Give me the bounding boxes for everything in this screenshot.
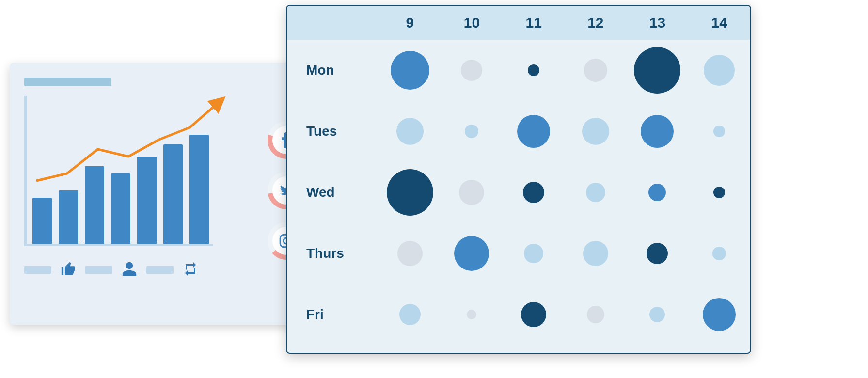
heatmap-bubble (647, 243, 668, 264)
heatmap-cell (688, 298, 750, 331)
heatmap-row-label: Fri (287, 307, 379, 322)
placeholder-bar (146, 266, 174, 274)
heatmap-cell (688, 126, 750, 137)
heatmap-cell (503, 182, 565, 203)
heatmap-cell (441, 236, 503, 271)
bar (59, 190, 78, 244)
heatmap-cell (379, 118, 441, 145)
heatmap-bubble (584, 59, 607, 82)
chart-card-growth (10, 63, 300, 325)
heatmap-bubble (587, 306, 604, 323)
heatmap-cell (503, 244, 565, 263)
heatmap-bubble (521, 302, 546, 327)
heatmap-col-label: 12 (565, 15, 627, 31)
retweet-icon (182, 261, 199, 279)
heatmap-bubble (391, 51, 429, 90)
heatmap-header: 91011121314 (287, 6, 750, 40)
heatmap-bubble (712, 247, 726, 260)
heatmap-col-label: 9 (379, 15, 441, 31)
heatmap-bubble (397, 241, 423, 266)
heatmap-bubble (641, 115, 674, 148)
heatmap-bubble (634, 47, 680, 94)
heatmap-bubble (649, 307, 665, 322)
heatmap-bubble (454, 236, 489, 271)
heatmap-col-label: 14 (688, 15, 750, 31)
heatmap-col-label: 10 (441, 15, 503, 31)
heatmap-row-label: Mon (287, 63, 379, 78)
heatmap-cell (503, 302, 565, 327)
bar (189, 135, 209, 244)
heatmap-cell (627, 184, 689, 201)
heatmap-bubble (528, 64, 539, 76)
heatmap-row-label: Wed (287, 185, 379, 200)
bar (163, 144, 183, 244)
heatmap-bubble (648, 184, 666, 201)
heatmap-bubble (713, 187, 725, 198)
heatmap-cell (565, 118, 627, 145)
heatmap-cell (565, 241, 627, 266)
heatmap-bubble (524, 244, 543, 263)
heatmap-cell (688, 55, 750, 86)
heatmap-bubble (387, 169, 433, 216)
heatmap-bubble (586, 183, 605, 202)
heatmap-bubble (461, 60, 482, 81)
heatmap-col-label: 11 (503, 15, 565, 31)
heatmap-cell (503, 64, 565, 76)
heatmap-cell (565, 306, 627, 323)
placeholder-title (24, 78, 111, 86)
heatmap-bubble (517, 115, 550, 148)
heatmap-bubble (583, 241, 608, 266)
heatmap-cell (627, 115, 689, 148)
heatmap-cell (379, 304, 441, 325)
bar-chart (24, 96, 213, 246)
heatmap-bubble (396, 118, 424, 145)
heatmap-cell (379, 51, 441, 90)
heatmap-cell (441, 125, 503, 138)
bar (32, 198, 52, 244)
bar (137, 157, 157, 244)
heatmap-bubble (703, 298, 736, 331)
heatmap-cell (627, 307, 689, 322)
heatmap-cell (441, 310, 503, 319)
heatmap-body: MonTuesWedThursFri (287, 40, 750, 345)
bar-chart-bars (32, 96, 213, 244)
heatmap-bubble (459, 180, 484, 205)
heatmap-cell (441, 180, 503, 205)
heatmap-row-label: Tues (287, 124, 379, 139)
heatmap-cell (627, 47, 689, 94)
bar (85, 166, 104, 244)
heatmap-card: 91011121314 MonTuesWedThursFri (286, 5, 751, 354)
heatmap-cell (688, 187, 750, 198)
heatmap-cell (379, 169, 441, 216)
heatmap-cell (441, 60, 503, 81)
heatmap-col-label: 13 (627, 15, 689, 31)
heatmap-cell (379, 241, 441, 266)
bar (111, 173, 130, 244)
heatmap-bubble (465, 125, 478, 138)
heatmap-bubble (582, 118, 609, 145)
placeholder-bar (85, 266, 112, 274)
heatmap-bubble (399, 304, 421, 325)
placeholder-bar (24, 266, 51, 274)
heatmap-bubble (467, 310, 476, 319)
thumbs-up-icon (60, 261, 77, 279)
heatmap-bubble (523, 182, 544, 203)
heatmap-cell (565, 59, 627, 82)
heatmap-bubble (704, 55, 735, 86)
heatmap-cell (565, 183, 627, 202)
heatmap-row-label: Thurs (287, 246, 379, 261)
heatmap-bubble (713, 126, 725, 137)
user-icon (121, 261, 138, 279)
heatmap-cell (503, 115, 565, 148)
metrics-row (24, 261, 286, 279)
heatmap-cell (627, 243, 689, 264)
heatmap-cell (688, 247, 750, 260)
